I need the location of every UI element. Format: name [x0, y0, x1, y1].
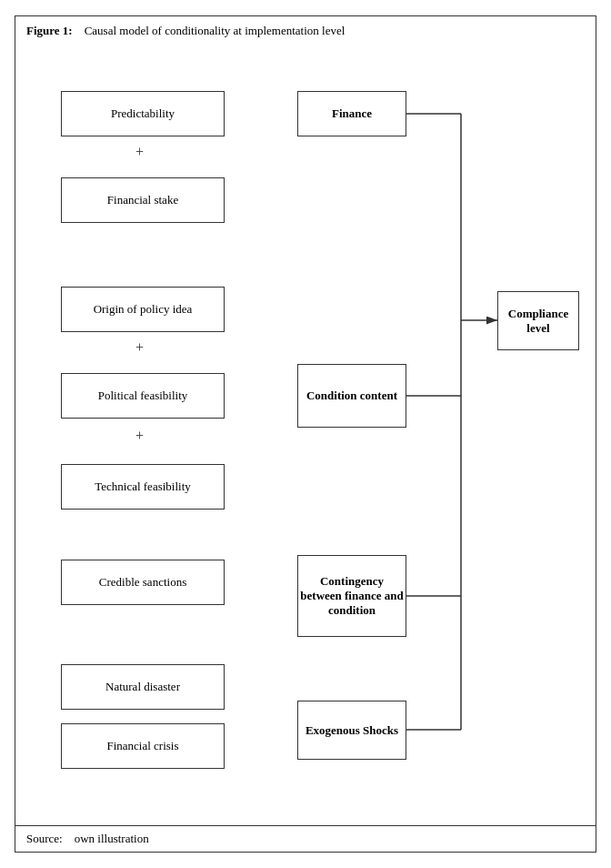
natural-box: Natural disaster — [61, 664, 225, 710]
figure-body: Predictability + Financial stake Origin … — [15, 45, 596, 819]
figure-header: Figure 1: Causal model of conditionality… — [15, 16, 596, 45]
origin-box: Origin of policy idea — [61, 287, 225, 332]
figure-label: Figure 1: — [26, 24, 73, 37]
compliance-box: Compliance level — [497, 291, 579, 350]
technical-box: Technical feasibility — [61, 464, 225, 510]
predictability-box: Predictability — [61, 91, 225, 136]
condition-box: Condition content — [297, 364, 406, 428]
figure-footer: Source: own illustration — [15, 825, 596, 852]
finance-box: Finance — [297, 91, 406, 136]
figure-title: Causal model of conditionality at implem… — [85, 24, 346, 37]
political-box: Political feasibility — [61, 373, 225, 419]
figure-container: Figure 1: Causal model of conditionality… — [15, 15, 596, 853]
plus-sign-2: + — [135, 339, 144, 356]
credible-box: Credible sanctions — [61, 560, 225, 605]
footer-label: Source: — [26, 832, 63, 845]
contingency-box: Contingency between finance and conditio… — [297, 555, 406, 637]
exogenous-box: Exogenous Shocks — [297, 701, 406, 760]
financial-crisis-box: Financial crisis — [61, 723, 225, 769]
financial-stake-box: Financial stake — [61, 177, 225, 223]
plus-sign-1: + — [135, 144, 144, 160]
footer-text: own illustration — [75, 832, 149, 845]
plus-sign-3: + — [135, 428, 144, 444]
